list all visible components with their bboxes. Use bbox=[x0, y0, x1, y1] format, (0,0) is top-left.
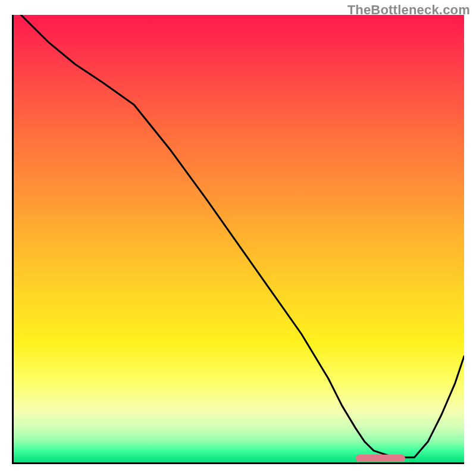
chart-canvas bbox=[12, 15, 464, 464]
curve-svg bbox=[12, 15, 464, 464]
bottleneck-curve-path bbox=[21, 15, 464, 458]
minimum-marker bbox=[356, 455, 406, 462]
